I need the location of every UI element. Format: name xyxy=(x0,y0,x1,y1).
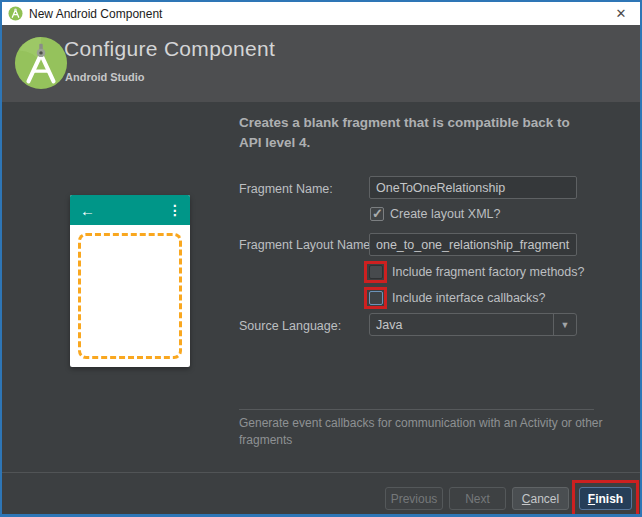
new-android-component-dialog: New Android Component ✕ Configure Compon… xyxy=(0,0,642,517)
close-icon[interactable]: ✕ xyxy=(606,2,636,24)
source-language-label: Source Language: xyxy=(239,319,341,333)
include-factory-methods-checkbox[interactable] xyxy=(369,265,383,279)
factory-checkbox-highlight xyxy=(364,261,387,283)
fragment-layout-name-label: Fragment Layout Name: xyxy=(239,238,374,252)
component-description: Creates a blank fragment that is compati… xyxy=(239,113,571,153)
include-interface-callbacks-label: Include interface callbacks? xyxy=(392,291,546,305)
fragment-name-input[interactable] xyxy=(369,176,577,199)
include-interface-callbacks-checkbox[interactable] xyxy=(369,291,383,305)
window-title: New Android Component xyxy=(29,7,162,21)
back-arrow-icon: ← xyxy=(80,202,95,219)
page-title: Configure Component xyxy=(64,37,275,61)
callbacks-help-text: Generate event callbacks for communicati… xyxy=(239,415,617,449)
finish-button-highlight: Finish xyxy=(572,480,639,517)
create-layout-xml-checkbox[interactable]: ✓ xyxy=(370,207,384,221)
source-language-value: Java xyxy=(370,318,553,332)
check-icon: ✓ xyxy=(372,206,383,221)
button-bar-divider xyxy=(2,472,640,473)
android-studio-small-icon xyxy=(8,6,23,21)
android-studio-logo-icon xyxy=(14,36,68,90)
fragment-preview-thumbnail: ← ⋮ xyxy=(70,195,190,367)
create-layout-xml-label: Create layout XML? xyxy=(390,207,500,221)
footnote-divider xyxy=(239,409,594,410)
overflow-menu-icon: ⋮ xyxy=(168,202,182,218)
source-language-select[interactable]: Java ▼ xyxy=(369,313,577,336)
previous-button[interactable]: Previous xyxy=(385,487,443,510)
page-subtitle: Android Studio xyxy=(65,71,144,83)
preview-toolbar: ← ⋮ xyxy=(70,195,190,225)
wizard-header: Configure Component Android Studio xyxy=(2,25,640,102)
create-layout-xml-row: ✓ Create layout XML? xyxy=(370,207,500,221)
chevron-down-icon[interactable]: ▼ xyxy=(553,314,576,335)
fragment-name-label: Fragment Name: xyxy=(239,182,333,196)
finish-button[interactable]: Finish xyxy=(579,487,632,510)
fragment-placeholder-outline xyxy=(78,233,182,359)
callbacks-checkbox-highlight xyxy=(364,287,387,309)
include-factory-methods-label: Include fragment factory methods? xyxy=(392,265,584,279)
next-button[interactable]: Next xyxy=(449,487,506,510)
titlebar: New Android Component ✕ xyxy=(2,2,640,25)
cancel-button[interactable]: Cancel xyxy=(512,487,569,510)
fragment-layout-name-input[interactable] xyxy=(369,233,577,256)
